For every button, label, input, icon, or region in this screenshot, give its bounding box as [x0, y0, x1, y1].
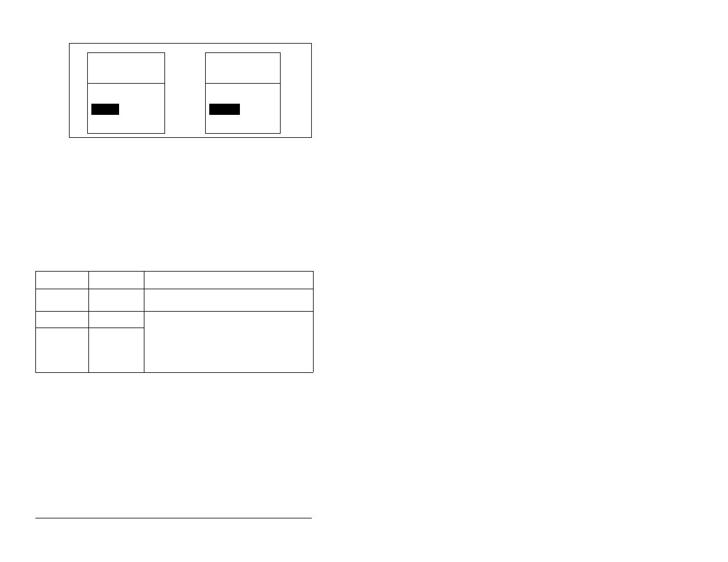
table-grid-line: [35, 328, 144, 328]
table-grid-line: [144, 271, 144, 372]
table-grid-line: [35, 271, 36, 372]
figure-inner-box-1-solid: [91, 104, 119, 115]
page: [0, 0, 728, 562]
table-frame: [35, 271, 313, 372]
table-grid-line: [35, 271, 313, 272]
table-grid-line: [35, 289, 313, 289]
figure-inner-box-2-divider: [206, 83, 280, 84]
figure-inner-box-2: [205, 52, 281, 134]
figure-inner-box-1: [87, 52, 165, 134]
figure-inner-box-1-divider: [88, 83, 164, 84]
table-grid-line: [35, 311, 313, 312]
table-grid-line: [88, 271, 89, 372]
table-grid-line: [313, 271, 314, 372]
figure-inner-box-2-solid: [209, 104, 240, 115]
table-grid-line: [35, 372, 313, 373]
horizontal-rule: [35, 518, 312, 518]
